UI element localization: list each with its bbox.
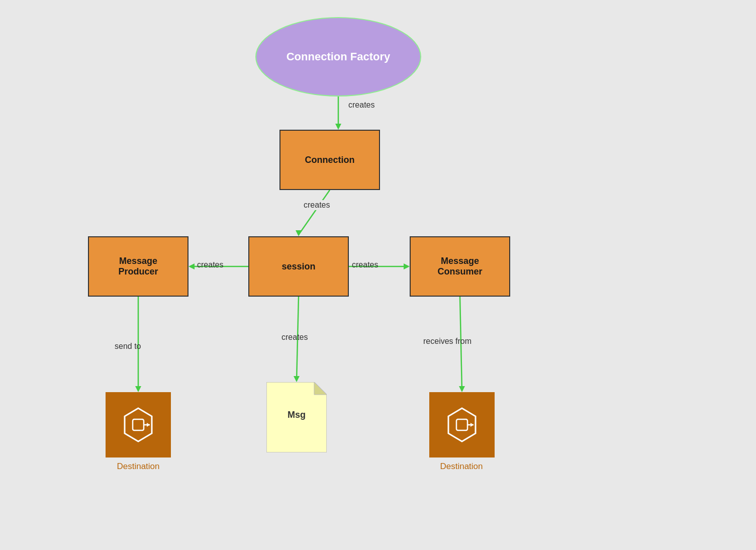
message-producer-node: Message Producer xyxy=(88,236,188,297)
msg-node: Msg xyxy=(266,382,327,452)
arrow-label-cf-conn: creates xyxy=(348,101,374,110)
destination-right-icon xyxy=(439,402,485,447)
destination-left-label: Destination xyxy=(93,462,183,472)
arrow-label-conn-session: creates xyxy=(302,200,332,210)
svg-marker-1 xyxy=(335,124,341,130)
diagram: Connection Factory creates Connection cr… xyxy=(0,0,756,550)
destination-right-label: Destination xyxy=(416,462,507,472)
arrow-label-session-producer: creates xyxy=(197,260,223,269)
message-consumer-node: Message Consumer xyxy=(410,236,510,297)
svg-marker-3 xyxy=(296,230,302,236)
session-node: session xyxy=(248,236,349,297)
svg-line-2 xyxy=(299,190,330,235)
destination-left-icon xyxy=(116,402,161,447)
msg-label: Msg xyxy=(266,410,327,420)
svg-marker-5 xyxy=(188,263,195,269)
destination-left-node xyxy=(106,392,171,457)
svg-marker-7 xyxy=(404,263,410,269)
arrow-label-receives-from: receives from xyxy=(423,337,471,346)
svg-marker-20 xyxy=(314,382,327,395)
svg-marker-9 xyxy=(135,386,141,392)
connection-factory-node: Connection Factory xyxy=(255,17,421,97)
connection-factory-label: Connection Factory xyxy=(287,50,391,63)
arrow-label-send-to: send to xyxy=(115,342,141,351)
arrow-label-session-msg: creates xyxy=(281,333,308,342)
arrow-label-session-consumer: creates xyxy=(352,260,378,269)
connection-node: Connection xyxy=(279,130,380,190)
svg-marker-11 xyxy=(294,376,300,382)
svg-marker-13 xyxy=(459,386,465,392)
destination-right-node xyxy=(429,392,495,457)
